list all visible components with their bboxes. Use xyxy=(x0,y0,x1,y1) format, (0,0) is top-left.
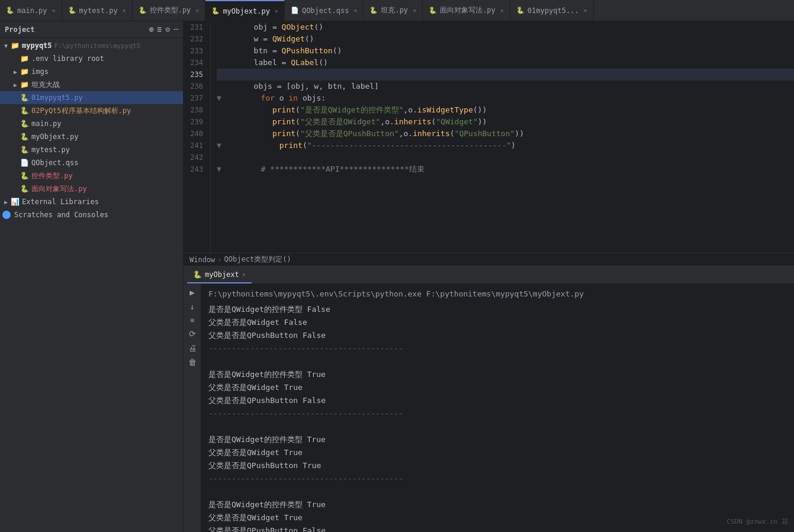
tab-main-py[interactable]: 🐍 main.py ✕ xyxy=(0,0,62,21)
breadcrumb-qobject[interactable]: QObject类型判定() xyxy=(224,254,291,265)
python-file-icon: 🐍 xyxy=(139,7,147,14)
close-icon[interactable]: ✕ xyxy=(195,7,199,14)
console-blank xyxy=(208,420,787,433)
breadcrumb-sep: › xyxy=(217,256,221,264)
console-output-line: 父类是否是QPushButton False xyxy=(208,329,787,342)
code-line-236: objs = [obj, w, btn, label] xyxy=(217,80,794,92)
python-file-icon: 🐍 xyxy=(20,172,29,180)
code-area[interactable]: obj = QObject() w = QWidget() btn = QPus… xyxy=(211,21,794,253)
tab-mytest-py[interactable]: 🐍 mytest.py ✕ xyxy=(62,0,133,21)
line-num-234: 234 xyxy=(184,57,205,69)
tab-bar: 🐍 main.py ✕ 🐍 mytest.py ✕ 🐍 控件类型.py ✕ 🐍 … xyxy=(0,0,794,21)
console-output-line: 父类是否是QWidget True xyxy=(208,511,787,524)
file-label: 面向对象写法.py xyxy=(31,184,87,194)
arrow-right-icon: ▶ xyxy=(2,199,9,205)
sidebar-item-01mypyqt5[interactable]: 🐍 01mypyqt5.py xyxy=(0,91,183,104)
print-icon[interactable]: 🖨 xyxy=(188,343,197,353)
close-icon[interactable]: ✕ xyxy=(275,8,278,14)
close-icon[interactable]: ✕ xyxy=(413,7,416,14)
line-num-243: 243 xyxy=(184,163,205,175)
arrow-right-icon: ▶ xyxy=(12,82,19,88)
external-libs-label: External Libraries xyxy=(22,198,99,206)
file-label: main.py xyxy=(31,120,62,128)
console-output-line: 父类是否是QPushButton True xyxy=(208,459,787,472)
tab-01mypy[interactable]: 🐍 01mypyqt5... ✕ xyxy=(510,0,594,21)
fold-icon-237[interactable]: ▼ xyxy=(217,92,221,104)
tab-qobject-qss[interactable]: 📄 QObject.qss ✕ xyxy=(285,0,364,21)
close-icon[interactable]: ✕ xyxy=(500,7,504,14)
sidebar-item-mytest[interactable]: 🐍 mytest.py xyxy=(0,143,183,156)
code-line-242 xyxy=(217,151,794,163)
tab-label: QObject.qss xyxy=(302,7,349,15)
console-tab-label: myObjext xyxy=(205,270,239,279)
sidebar-item-controls[interactable]: 🐍 控件类型.py xyxy=(0,169,183,182)
sidebar-item-myobjext[interactable]: 🐍 myObjext.py xyxy=(0,130,183,143)
code-line-240: print("父类是否是QPushButton",o.inherits("QPu… xyxy=(217,128,794,140)
python-file-icon: 🐍 xyxy=(211,7,220,15)
console-cmd-line: F:\pythonitems\mypyqt5\.env\Scripts\pyth… xyxy=(208,288,787,301)
python-file-icon: 🐍 xyxy=(20,185,29,193)
scroll-down-icon[interactable]: ↓ xyxy=(189,302,194,311)
console-output-line: 父类是否是QWidget True xyxy=(208,381,787,394)
console-output-line: 是否是QWidget的控件类型 True xyxy=(208,433,787,446)
line-numbers: 231 232 233 234 235 236 237 238 239 240 … xyxy=(184,21,211,253)
tab-label: 面向对象写法.py xyxy=(440,5,496,15)
code-line-235 xyxy=(217,69,794,80)
sidebar-item-main-py[interactable]: 🐍 main.py xyxy=(0,117,183,130)
tab-myobjext-py[interactable]: 🐍 myObjext.py ✕ xyxy=(205,0,285,21)
sidebar-item-oop[interactable]: 🐍 面向对象写法.py xyxy=(0,182,183,195)
file-label: 01mypyqt5.py xyxy=(31,93,83,102)
settings-icon[interactable]: ⚙ xyxy=(165,25,170,34)
run-icon[interactable]: ▶ xyxy=(189,288,194,297)
line-num-238: 238 xyxy=(184,104,205,116)
filter-icon[interactable]: ≡ xyxy=(190,316,194,324)
close-icon[interactable]: ✕ xyxy=(52,7,56,14)
console-output[interactable]: F:\pythonitems\mypyqt5\.env\Scripts\pyth… xyxy=(201,284,794,532)
right-panel: 231 232 233 234 235 236 237 238 239 240 … xyxy=(184,21,794,532)
line-num-237: 237 xyxy=(184,92,205,104)
sidebar-item-root[interactable]: ▼ 📁 mypyqt5 F:\pythonitems\mypyqt5 xyxy=(0,39,183,52)
sync-icon[interactable]: ⊕ xyxy=(149,25,154,34)
code-line-232: w = QWidget() xyxy=(217,33,794,45)
delete-icon[interactable]: 🗑 xyxy=(188,357,197,367)
rerun-icon[interactable]: ⟳ xyxy=(189,329,196,338)
close-icon[interactable]: ✕ xyxy=(123,7,126,14)
close-tab-icon[interactable]: ✕ xyxy=(242,271,246,278)
fold-icon-243[interactable]: ▼ xyxy=(217,163,221,175)
sidebar-item-external-libs[interactable]: ▶ 📊 External Libraries xyxy=(0,195,183,208)
file-label: QObject.qss xyxy=(31,159,78,167)
sidebar-item-qobject-qss[interactable]: 📄 QObject.qss xyxy=(0,156,183,169)
console-output-line: 父类是否是QWidget False xyxy=(208,316,787,329)
close-icon[interactable]: ✕ xyxy=(584,7,587,14)
fold-icon-241[interactable]: ▼ xyxy=(217,140,221,151)
sidebar-item-tank[interactable]: ▶ 📁 坦克大战 xyxy=(0,78,183,91)
console-blank xyxy=(208,485,787,498)
sidebar-item-env[interactable]: 📁 .env library root xyxy=(0,52,183,65)
file-label: mytest.py xyxy=(31,146,70,154)
close-icon[interactable]: ✕ xyxy=(353,7,357,14)
python-file-icon: 🐍 xyxy=(6,7,14,14)
python-file-icon: 🐍 xyxy=(516,7,525,14)
collapse-icon[interactable]: ≡ xyxy=(157,25,162,34)
console-tab-bar: 🐍 myObjext ✕ xyxy=(184,266,794,284)
sidebar-item-02pyqt5[interactable]: 🐍 02PyQt5程序基本结构解析.py xyxy=(0,104,183,117)
folder-closed-icon: 📁 xyxy=(20,54,29,63)
file-icon: 📄 xyxy=(291,7,299,14)
tab-myobjext-console[interactable]: 🐍 myObjext ✕ xyxy=(187,266,252,283)
console-output-line: 父类是否是QWidget True xyxy=(208,446,787,459)
console-blank xyxy=(208,355,787,368)
tab-oop-py[interactable]: 🐍 面向对象写法.py ✕ xyxy=(423,0,510,21)
minimize-icon[interactable]: ─ xyxy=(173,25,178,34)
folder-icon: 📁 xyxy=(11,41,20,50)
file-label: 02PyQt5程序基本结构解析.py xyxy=(31,106,131,116)
sidebar-item-scratches[interactable]: Scratches and Consoles xyxy=(0,208,183,221)
editor-area: 231 232 233 234 235 236 237 238 239 240 … xyxy=(184,21,794,266)
sidebar-tree: ▼ 📁 mypyqt5 F:\pythonitems\mypyqt5 📁 .en… xyxy=(0,38,183,532)
sidebar-item-imgs[interactable]: ▶ 📁 imgs xyxy=(0,65,183,78)
python-file-icon: 🐍 xyxy=(369,7,378,14)
console-separator: ----------------------------------------… xyxy=(208,407,787,420)
breadcrumb-window[interactable]: Window xyxy=(189,256,215,264)
tab-tank-py[interactable]: 🐍 坦克.py ✕ xyxy=(364,0,423,21)
tab-label: mytest.py xyxy=(79,7,118,15)
tab-controls-py[interactable]: 🐍 控件类型.py ✕ xyxy=(133,0,206,21)
